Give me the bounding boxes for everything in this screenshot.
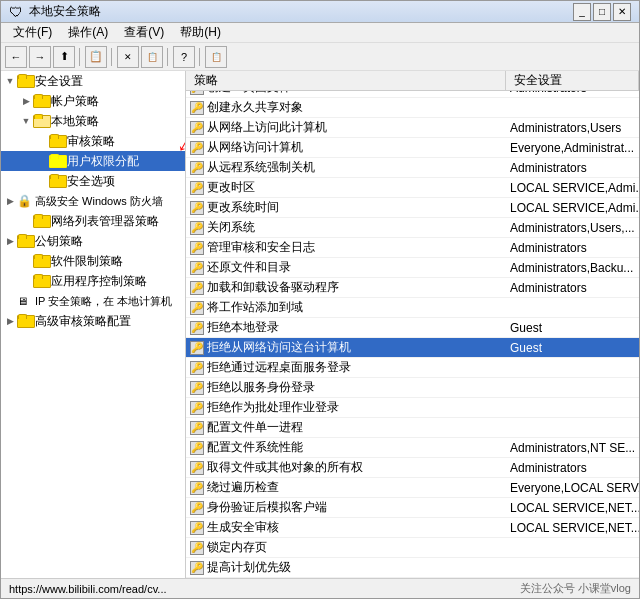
list-row[interactable]: 🔑锁定内存页 xyxy=(186,538,639,558)
policy-cell: 🔑管理审核和安全日志 xyxy=(186,238,506,257)
help-button[interactable]: ? xyxy=(173,46,195,68)
sidebar-item-local-policy[interactable]: 本地策略 xyxy=(1,111,185,131)
forward-button[interactable]: → xyxy=(29,46,51,68)
setting-cell: Administrators,Users,... xyxy=(506,220,639,236)
list-row[interactable]: 🔑管理审核和安全日志Administrators xyxy=(186,238,639,258)
setting-cell: Guest xyxy=(506,320,639,336)
minimize-button[interactable]: _ xyxy=(573,3,591,21)
maximize-button[interactable]: □ xyxy=(593,3,611,21)
toolbar-sep-3 xyxy=(167,48,169,66)
policy-name: 从远程系统强制关机 xyxy=(207,159,315,176)
policy-cell: 🔑创建一页面文件 xyxy=(186,91,506,97)
policy-name: 更改系统时间 xyxy=(207,199,279,216)
sidebar-item-security-settings[interactable]: 安全设置 xyxy=(1,71,185,91)
policy-icon: 🔑 xyxy=(190,141,204,155)
policy-cell: 🔑从远程系统强制关机 xyxy=(186,158,506,177)
folder-icon xyxy=(33,274,49,288)
menu-help[interactable]: 帮助(H) xyxy=(172,22,229,43)
sidebar-item-app-control[interactable]: 应用程序控制策略 xyxy=(1,271,185,291)
header-setting[interactable]: 安全设置 xyxy=(506,71,639,90)
sidebar-item-public-key[interactable]: 公钥策略 xyxy=(1,231,185,251)
sidebar-label: IP 安全策略，在 本地计算机 xyxy=(35,294,172,309)
list-row[interactable]: 🔑从网络上访问此计算机Administrators,Users xyxy=(186,118,639,138)
policy-icon: 🔑 xyxy=(190,221,204,235)
sidebar-item-advanced-audit[interactable]: 高级审核策略配置 xyxy=(1,311,185,331)
setting-cell: Administrators xyxy=(506,460,639,476)
sidebar-item-software-restrict[interactable]: 软件限制策略 xyxy=(1,251,185,271)
show-hide-button[interactable]: 📋 xyxy=(85,46,107,68)
export-button[interactable]: 📋 xyxy=(205,46,227,68)
tree-arrow xyxy=(3,74,17,88)
list-row[interactable]: 🔑拒绝以服务身份登录 xyxy=(186,378,639,398)
list-row[interactable]: 🔑更改时区LOCAL SERVICE,Admi... xyxy=(186,178,639,198)
list-row[interactable]: 🔑配置文件系统性能Administrators,NT SE... xyxy=(186,438,639,458)
tree-arrow xyxy=(19,214,33,228)
list-row[interactable]: 🔑绕过遍历检查Everyone,LOCAL SERV... xyxy=(186,478,639,498)
sidebar-item-audit-policy[interactable]: 审核策略 xyxy=(1,131,185,151)
list-row[interactable]: 🔑更改系统时间LOCAL SERVICE,Admi... xyxy=(186,198,639,218)
list-row[interactable]: 🔑创建一页面文件Administrators xyxy=(186,91,639,98)
list-row[interactable]: 🔑拒绝通过远程桌面服务登录 xyxy=(186,358,639,378)
list-row[interactable]: 🔑身份验证后模拟客户端LOCAL SERVICE,NET... xyxy=(186,498,639,518)
policy-icon: 🔑 xyxy=(190,321,204,335)
menu-action[interactable]: 操作(A) xyxy=(60,22,116,43)
sidebar-item-security-options[interactable]: 安全选项 xyxy=(1,171,185,191)
list-row[interactable]: 🔑取得文件或其他对象的所有权Administrators xyxy=(186,458,639,478)
list-row[interactable]: 🔑拒绝作为批处理作业登录 xyxy=(186,398,639,418)
list-row[interactable]: 🔑配置文件单一进程 xyxy=(186,418,639,438)
list-row[interactable]: 🔑还原文件和目录Administrators,Backu... xyxy=(186,258,639,278)
sidebar-item-network-list[interactable]: 网络列表管理器策略 xyxy=(1,211,185,231)
policy-name: 从网络访问计算机 xyxy=(207,139,303,156)
header-policy[interactable]: 策略 xyxy=(186,71,506,90)
sidebar-item-ip-security[interactable]: 🖥 IP 安全策略，在 本地计算机 xyxy=(1,291,185,311)
toolbar-sep-4 xyxy=(199,48,201,66)
sidebar-label: 审核策略 xyxy=(67,133,115,150)
menu-file[interactable]: 文件(F) xyxy=(5,22,60,43)
list-row[interactable]: 🔑加载和卸载设备驱动程序Administrators xyxy=(186,278,639,298)
firewall-icon: 🔒 xyxy=(17,194,33,208)
close-button[interactable]: ✕ xyxy=(613,3,631,21)
policy-cell: 🔑拒绝通过远程桌面服务登录 xyxy=(186,358,506,377)
policy-icon: 🔑 xyxy=(190,381,204,395)
list-row[interactable]: 🔑从远程系统强制关机Administrators xyxy=(186,158,639,178)
policy-name: 关闭系统 xyxy=(207,219,255,236)
list-row[interactable]: 🔑拒绝从网络访问这台计算机Guest xyxy=(186,338,639,358)
toolbar-sep-2 xyxy=(111,48,113,66)
policy-name: 提高计划优先级 xyxy=(207,559,291,576)
tree-arrow xyxy=(35,154,49,168)
policy-icon: 🔑 xyxy=(190,541,204,555)
sidebar-label: 应用程序控制策略 xyxy=(51,273,147,290)
sidebar-label: 网络列表管理器策略 xyxy=(51,213,159,230)
setting-cell: Everyone,LOCAL SERV... xyxy=(506,480,639,496)
policy-icon: 🔑 xyxy=(190,281,204,295)
list-row[interactable]: 🔑创建永久共享对象 xyxy=(186,98,639,118)
toolbar: ← → ⬆ 📋 ✕ 📋 ? 📋 xyxy=(1,43,639,71)
sidebar-item-account-policy[interactable]: 帐户策略 xyxy=(1,91,185,111)
list-row[interactable]: 🔑关闭系统Administrators,Users,... xyxy=(186,218,639,238)
sidebar-item-user-rights[interactable]: 用户权限分配 ↓ xyxy=(1,151,185,171)
list-row[interactable]: 🔑从网络访问计算机Everyone,Administrat... xyxy=(186,138,639,158)
folder-icon xyxy=(33,94,49,108)
menu-view[interactable]: 查看(V) xyxy=(116,22,172,43)
policy-cell: 🔑身份验证后模拟客户端 xyxy=(186,498,506,517)
policy-cell: 🔑拒绝本地登录 xyxy=(186,318,506,337)
delete-button[interactable]: ✕ xyxy=(117,46,139,68)
list-row[interactable]: 🔑拒绝本地登录Guest xyxy=(186,318,639,338)
up-button[interactable]: ⬆ xyxy=(53,46,75,68)
back-button[interactable]: ← xyxy=(5,46,27,68)
setting-cell: Guest xyxy=(506,340,639,356)
properties-button[interactable]: 📋 xyxy=(141,46,163,68)
folder-icon xyxy=(33,254,49,268)
setting-cell: Administrators,Backu... xyxy=(506,260,639,276)
policy-cell: 🔑更改时区 xyxy=(186,178,506,197)
sidebar-item-advanced-firewall[interactable]: 🔒 高级安全 Windows 防火墙 xyxy=(1,191,185,211)
tree-arrow xyxy=(3,234,17,248)
list-row[interactable]: 🔑提高计划优先级 xyxy=(186,558,639,578)
list-row[interactable]: 🔑生成安全审核LOCAL SERVICE,NET... xyxy=(186,518,639,538)
list-row[interactable]: 🔑将工作站添加到域 xyxy=(186,298,639,318)
policy-icon: 🔑 xyxy=(190,461,204,475)
policy-cell: 🔑拒绝作为批处理作业登录 xyxy=(186,398,506,417)
policy-icon: 🔑 xyxy=(190,421,204,435)
policy-cell: 🔑拒绝以服务身份登录 xyxy=(186,378,506,397)
setting-cell: Administrators,Users xyxy=(506,120,639,136)
